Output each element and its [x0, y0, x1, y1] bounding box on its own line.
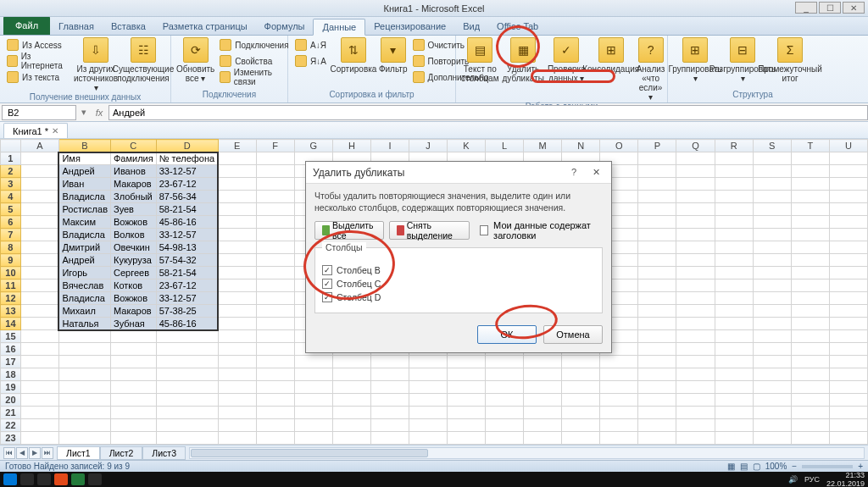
cell-C11[interactable]: Котков: [110, 279, 156, 292]
zoom-in-icon[interactable]: +: [858, 462, 863, 471]
cell-U15[interactable]: [829, 330, 867, 343]
cell-A8[interactable]: [20, 241, 58, 254]
row-header-8[interactable]: 8: [1, 241, 21, 254]
cell-P6[interactable]: [638, 216, 676, 229]
cell-C23[interactable]: [110, 432, 156, 445]
cell-F19[interactable]: [256, 381, 294, 394]
cell-P2[interactable]: [638, 165, 676, 178]
cell-Q22[interactable]: [676, 419, 715, 432]
cell-U23[interactable]: [829, 432, 867, 445]
cell-C2[interactable]: Иванов: [110, 165, 156, 178]
cell-C18[interactable]: [110, 368, 156, 381]
cell-B8[interactable]: Дмитрий: [58, 241, 110, 254]
start-button[interactable]: [3, 473, 17, 485]
cell-C20[interactable]: [110, 394, 156, 407]
cell-F11[interactable]: [256, 279, 294, 292]
cell-A17[interactable]: [20, 356, 58, 368]
row-header-4[interactable]: 4: [1, 191, 21, 203]
cell-R20[interactable]: [715, 394, 753, 407]
cell-E23[interactable]: [218, 432, 256, 445]
cell-J17[interactable]: [409, 356, 447, 368]
consolidate[interactable]: ⊞Консолидация: [589, 37, 633, 74]
cell-S4[interactable]: [753, 191, 791, 203]
cell-B19[interactable]: [58, 381, 110, 394]
cell-E22[interactable]: [218, 419, 256, 432]
cell-S2[interactable]: [753, 165, 791, 178]
cell-O18[interactable]: [600, 368, 638, 381]
row-header-20[interactable]: 20: [1, 394, 21, 407]
from-access[interactable]: Из Access: [5, 37, 70, 53]
cell-S15[interactable]: [753, 330, 791, 343]
tab-data[interactable]: Данные: [313, 19, 365, 36]
cell-Q5[interactable]: [676, 203, 715, 216]
sheet-tab-2[interactable]: Лист2: [100, 446, 143, 460]
cell-U20[interactable]: [829, 394, 867, 407]
cell-T17[interactable]: [791, 356, 829, 368]
cell-J22[interactable]: [409, 419, 447, 432]
cell-I18[interactable]: [370, 368, 409, 381]
cell-T9[interactable]: [791, 254, 829, 267]
cell-B5[interactable]: Ростислав: [58, 203, 110, 216]
cell-R10[interactable]: [715, 267, 753, 279]
cell-P8[interactable]: [638, 241, 676, 254]
formula-input[interactable]: Андрей: [108, 105, 868, 120]
cell-Q11[interactable]: [676, 279, 715, 292]
col-header-H[interactable]: H: [332, 140, 370, 152]
col-header-J[interactable]: J: [409, 140, 447, 152]
dialog-close-button[interactable]: ✕: [587, 167, 604, 178]
cell-U6[interactable]: [829, 216, 867, 229]
cell-C4[interactable]: Злобный: [110, 191, 156, 203]
cell-T14[interactable]: [791, 318, 829, 330]
cell-T15[interactable]: [791, 330, 829, 343]
cell-D9[interactable]: 57-54-32: [156, 254, 218, 267]
cell-Q3[interactable]: [676, 178, 715, 191]
cell-C1[interactable]: Фамилия: [110, 152, 156, 165]
cell-T5[interactable]: [791, 203, 829, 216]
cell-L21[interactable]: [486, 407, 524, 419]
taskbar-app-icon[interactable]: [88, 473, 102, 485]
cell-D19[interactable]: [156, 381, 218, 394]
tab-home[interactable]: Главная: [50, 18, 103, 35]
cell-Q15[interactable]: [676, 330, 715, 343]
cell-K21[interactable]: [447, 407, 485, 419]
cell-U5[interactable]: [829, 203, 867, 216]
data-validation[interactable]: ✓Проверка данных ▾: [548, 37, 586, 83]
cell-M17[interactable]: [524, 356, 562, 368]
cell-P7[interactable]: [638, 229, 676, 241]
cell-G23[interactable]: [294, 432, 332, 445]
cell-A3[interactable]: [20, 178, 58, 191]
cell-B13[interactable]: Михаил: [58, 305, 110, 318]
row-header-7[interactable]: 7: [1, 229, 21, 241]
cell-R9[interactable]: [715, 254, 753, 267]
cell-L17[interactable]: [486, 356, 524, 368]
row-header-15[interactable]: 15: [1, 330, 21, 343]
cell-E1[interactable]: [218, 152, 256, 165]
cell-U17[interactable]: [829, 356, 867, 368]
row-header-10[interactable]: 10: [1, 267, 21, 279]
cell-F14[interactable]: [256, 318, 294, 330]
cell-D21[interactable]: [156, 407, 218, 419]
cell-P10[interactable]: [638, 267, 676, 279]
cell-S19[interactable]: [753, 381, 791, 394]
col-header-T[interactable]: T: [791, 140, 829, 152]
cell-H19[interactable]: [332, 381, 370, 394]
cell-Q21[interactable]: [676, 407, 715, 419]
cell-P15[interactable]: [638, 330, 676, 343]
cell-R1[interactable]: [715, 152, 753, 165]
cell-S16[interactable]: [753, 343, 791, 356]
cell-B18[interactable]: [58, 368, 110, 381]
cell-R3[interactable]: [715, 178, 753, 191]
cell-I23[interactable]: [370, 432, 409, 445]
cell-T4[interactable]: [791, 191, 829, 203]
workbook-tab[interactable]: Книга1 * ✕: [3, 123, 68, 138]
cell-N17[interactable]: [562, 356, 600, 368]
sort-button[interactable]: ⇅Сортировка: [331, 37, 376, 74]
row-header-5[interactable]: 5: [1, 203, 21, 216]
cell-C16[interactable]: [110, 343, 156, 356]
from-web[interactable]: Из Интернета: [5, 53, 70, 69]
cell-D1[interactable]: № телефона: [156, 152, 218, 165]
cell-N21[interactable]: [562, 407, 600, 419]
cell-C15[interactable]: [110, 330, 156, 343]
col-header-E[interactable]: E: [218, 140, 256, 152]
cell-E19[interactable]: [218, 381, 256, 394]
